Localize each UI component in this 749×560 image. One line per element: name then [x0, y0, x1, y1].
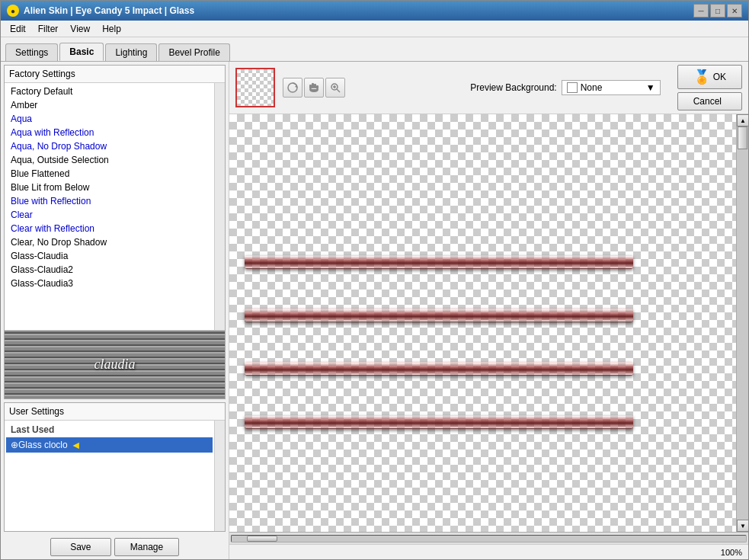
list-item[interactable]: Amber — [6, 98, 213, 112]
dropdown-chevron-icon: ▼ — [646, 82, 655, 93]
main-window: ● Alien Skin | Eye Candy 5 Impact | Glas… — [0, 0, 749, 560]
menu-filter[interactable]: Filter — [32, 22, 65, 36]
top-toolbar: Preview Background: None ▼ 🏅 OK Canc — [229, 62, 748, 114]
scroll-thumb-horizontal[interactable] — [247, 536, 277, 542]
glass-bar — [245, 415, 633, 429]
svg-rect-5 — [316, 85, 318, 89]
maximize-button[interactable]: □ — [710, 4, 725, 18]
ok-label: OK — [713, 72, 726, 82]
title-bar-left: ● Alien Skin | Eye Candy 5 Impact | Glas… — [7, 5, 194, 17]
scroll-track-vertical[interactable] — [737, 126, 748, 520]
user-item-label: ⊕Glass cloclo — [11, 440, 68, 450]
reset-icon[interactable] — [283, 78, 302, 98]
user-item-glass-cloclo[interactable]: ⊕Glass cloclo ◄ — [6, 437, 213, 453]
main-content: Factory Settings Factory Default Amber A… — [1, 62, 748, 559]
presets-header: Factory Settings — [5, 66, 225, 83]
list-item[interactable]: Blue Lit from Below — [6, 181, 213, 194]
menu-help[interactable]: Help — [96, 22, 127, 36]
horizontal-scrollbar[interactable] — [229, 532, 748, 544]
list-item[interactable]: Blue with Reflection — [6, 194, 213, 208]
glass-bar — [245, 309, 633, 322]
thumbnail-text: claudia — [94, 357, 136, 373]
bottom-buttons: Save Manage — [1, 535, 229, 559]
ok-icon: 🏅 — [693, 69, 710, 85]
preview-bg-label: Preview Background: — [470, 82, 556, 93]
list-item[interactable]: Clear with Reflection — [6, 222, 213, 235]
hand-icon[interactable] — [304, 78, 324, 98]
list-item[interactable]: Clear, No Drop Shadow — [6, 235, 213, 249]
user-list-scrollbar[interactable] — [214, 421, 225, 531]
cancel-button[interactable]: Cancel — [677, 92, 742, 110]
vertical-scrollbar[interactable]: ▲ ▼ — [736, 114, 748, 532]
thumbnail-image: claudia — [5, 331, 225, 399]
list-item[interactable]: Glass-Claudia3 — [6, 277, 213, 290]
save-button[interactable]: Save — [50, 538, 111, 556]
tab-bevel-profile[interactable]: Bevel Profile — [158, 43, 229, 61]
tab-lighting[interactable]: Lighting — [105, 43, 157, 61]
zoom-level: 100% — [721, 548, 742, 557]
cancel-label: Cancel — [693, 96, 722, 107]
tabs-bar: Settings Basic Lighting Bevel Profile — [1, 37, 748, 62]
list-item[interactable]: Factory Default — [6, 85, 213, 98]
ok-button[interactable]: 🏅 OK — [677, 65, 742, 89]
scroll-down-button[interactable]: ▼ — [737, 520, 748, 532]
manage-button[interactable]: Manage — [114, 538, 179, 556]
zoom-icon[interactable] — [325, 78, 345, 98]
svg-rect-3 — [314, 84, 316, 88]
list-item[interactable]: Clear — [6, 208, 213, 222]
close-button[interactable]: ✕ — [727, 4, 742, 18]
svg-line-7 — [337, 89, 340, 92]
window-title: Alien Skin | Eye Candy 5 Impact | Glass — [24, 5, 194, 16]
title-bar: ● Alien Skin | Eye Candy 5 Impact | Glas… — [1, 1, 748, 21]
preview-thumbnail — [235, 68, 275, 107]
preset-thumbnail: claudia — [5, 330, 225, 398]
list-item[interactable]: Glass-Claudia — [6, 249, 213, 263]
window-controls: ─ □ ✕ — [693, 4, 742, 18]
tab-settings[interactable]: Settings — [5, 43, 58, 61]
glass-bar — [245, 362, 633, 376]
status-bar: 100% — [229, 544, 748, 559]
list-item[interactable]: Aqua, Outside Selection — [6, 153, 213, 167]
menu-view[interactable]: View — [64, 22, 96, 36]
list-item[interactable]: Aqua — [6, 112, 213, 126]
user-settings-section: User Settings Last Used ⊕Glass cloclo ◄ — [4, 402, 226, 532]
list-item[interactable]: Blue Flattened — [6, 167, 213, 181]
preview-bg-value: None — [581, 82, 603, 93]
menu-edit[interactable]: Edit — [4, 22, 32, 36]
list-item[interactable]: Aqua, No Drop Shadow — [6, 139, 213, 153]
minimize-button[interactable]: ─ — [693, 4, 709, 18]
color-swatch — [567, 82, 578, 93]
scroll-track-horizontal[interactable] — [231, 535, 747, 542]
preview-bg-dropdown[interactable]: None ▼ — [562, 80, 661, 95]
glass-bar — [245, 255, 633, 269]
user-settings-header: User Settings — [5, 403, 225, 421]
svg-rect-2 — [312, 83, 314, 88]
app-icon: ● — [7, 5, 19, 17]
user-list[interactable]: Last Used ⊕Glass cloclo ◄ — [5, 421, 214, 531]
list-item[interactable]: Aqua with Reflection — [6, 126, 213, 139]
ok-cancel-area: 🏅 OK Cancel — [677, 65, 742, 110]
scroll-up-button[interactable]: ▲ — [737, 114, 748, 126]
right-panel: Preview Background: None ▼ 🏅 OK Canc — [229, 62, 748, 559]
left-panel: Factory Settings Factory Default Amber A… — [1, 62, 229, 559]
svg-rect-4 — [309, 85, 312, 89]
list-item[interactable]: Glass-Claudia2 — [6, 263, 213, 277]
arrow-icon: ◄ — [71, 439, 82, 451]
presets-scrollbar[interactable] — [214, 83, 225, 330]
presets-section: Factory Settings Factory Default Amber A… — [4, 65, 226, 399]
preview-canvas — [229, 114, 736, 532]
presets-list[interactable]: Factory Default Amber Aqua Aqua with Ref… — [5, 83, 214, 330]
scroll-thumb-vertical[interactable] — [738, 126, 747, 149]
user-category-last-used: Last Used — [6, 422, 213, 437]
toolbar-icons — [283, 78, 345, 98]
tab-basic[interactable]: Basic — [59, 43, 104, 61]
menu-bar: Edit Filter View Help — [1, 21, 748, 37]
